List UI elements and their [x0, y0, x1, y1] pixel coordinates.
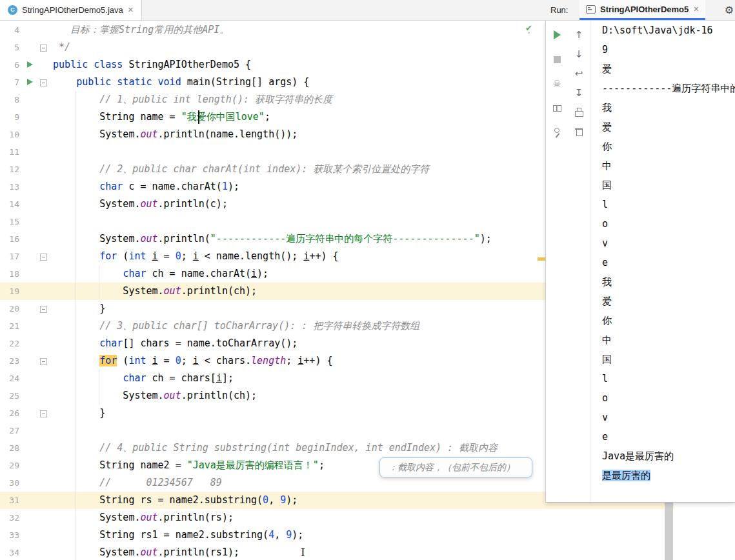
inspections-widget[interactable]: ✔ ˅ — [525, 25, 532, 39]
inspections-ok-icon: ✔ — [525, 25, 532, 32]
console-output-line[interactable]: ------------遍历字符串中的每个字符-------------- — [602, 79, 735, 98]
selected-output-text: 是最厉害的 — [602, 470, 650, 481]
run-tab[interactable]: StringAPIOtherDemo5 ✕ — [579, 0, 705, 20]
console-output-line[interactable]: 爱 — [602, 59, 735, 79]
console-output-line[interactable]: 是最厉害的 — [602, 466, 735, 485]
console-output-line[interactable]: v — [602, 408, 735, 427]
code-token: ; — [319, 459, 325, 471]
console-output-line[interactable]: o — [602, 388, 735, 408]
console-output-line[interactable]: e — [602, 427, 735, 446]
code-token: out — [140, 128, 157, 140]
close-icon[interactable]: ✕ — [128, 6, 134, 14]
console-output-line[interactable]: 我 — [602, 272, 735, 292]
console-output-line[interactable]: e — [602, 253, 735, 272]
output-text: Java是最厉害的 — [602, 450, 674, 462]
code-token — [111, 76, 117, 88]
output-text: D:\soft\Java\jdk-16 — [602, 25, 713, 36]
code-token: .println(rs1); — [158, 546, 239, 558]
code-token: String name2 = — [53, 459, 187, 471]
code-token: < name.length(); — [199, 250, 304, 262]
soft-wrap-icon[interactable]: ↩ — [571, 66, 587, 81]
restore-layout-icon[interactable] — [549, 101, 565, 116]
console-output-line[interactable]: 中 — [602, 330, 735, 350]
code-token: System. — [53, 546, 140, 558]
rerun-icon[interactable] — [549, 27, 565, 43]
code-token: 0 — [263, 494, 268, 506]
code-token: System. — [53, 512, 140, 523]
code-token — [152, 76, 158, 88]
code-token: for — [99, 250, 117, 262]
code-token: for — [99, 355, 117, 366]
code-token: main(String[] args) { — [181, 76, 310, 88]
up-stack-icon[interactable]: ↑ — [571, 27, 587, 43]
code-token: static — [117, 76, 152, 88]
code-token: System. — [53, 128, 140, 140]
console-output-line[interactable]: 中 — [602, 156, 735, 175]
output-text: v — [602, 412, 608, 423]
kill-process-icon[interactable]: ☠ — [549, 76, 565, 92]
code-token: System. — [53, 198, 140, 210]
code-token: 0 — [176, 250, 181, 262]
code-token: 0 — [176, 355, 181, 366]
console-output-line[interactable]: D:\soft\Java\jdk-16 — [602, 21, 735, 40]
stop-icon[interactable] — [549, 52, 565, 67]
code-line[interactable]: System.out.println(rs1); — [0, 544, 674, 560]
code-line[interactable]: System.out.println(rs); — [0, 509, 674, 526]
output-text: 中 — [602, 334, 612, 346]
code-token: "------------遍历字符串中的每个字符--------------" — [210, 233, 480, 245]
code-token: ch = chars[ — [146, 372, 216, 384]
code-token: ++) { — [303, 355, 332, 366]
console-output-line[interactable]: l — [602, 195, 735, 214]
console-output-line[interactable]: Java是最厉害的 — [602, 446, 735, 466]
console-output-line[interactable]: 9 — [602, 40, 735, 59]
code-token: out — [164, 285, 181, 297]
scroll-end-icon[interactable]: ↧ — [571, 85, 587, 101]
code-token: ); — [480, 233, 492, 245]
code-token: "我爱你中国love" — [181, 111, 265, 123]
console-output-line[interactable]: 国 — [602, 175, 735, 195]
output-text: 国 — [602, 179, 612, 191]
console-output-line[interactable]: 国 — [602, 350, 735, 369]
text-caret — [198, 110, 199, 124]
code-token — [146, 250, 152, 262]
code-line[interactable]: String rs1 = name2.substring(4, 9); — [0, 526, 674, 544]
settings-gear-icon[interactable]: ⚙ — [721, 0, 735, 20]
pin-icon[interactable] — [549, 125, 565, 141]
code-token: length — [251, 355, 286, 366]
code-token: ; — [286, 355, 297, 366]
code-token: [] chars = name.toCharArray(); — [123, 337, 297, 349]
console-output-line[interactable]: 我 — [602, 98, 735, 117]
code-token: .println(c); — [158, 198, 228, 210]
code-token: ; — [181, 250, 193, 262]
clear-all-icon[interactable] — [571, 124, 587, 139]
editor-scrollbar[interactable] — [665, 503, 673, 560]
run-tab-label: StringAPIOtherDemo5 — [600, 5, 689, 14]
console-output-line[interactable]: v — [602, 234, 735, 253]
console-output-line[interactable]: l — [602, 369, 735, 388]
code-token — [53, 250, 99, 262]
warning-stripe-mark — [538, 257, 545, 261]
code-token: ]; — [222, 372, 234, 384]
console-output-line[interactable]: 爱 — [602, 292, 735, 311]
code-token: .println(name.length()); — [158, 128, 298, 140]
console-output-line[interactable]: 爱 — [602, 117, 735, 137]
code-token: .println(ch); — [181, 285, 257, 297]
console-output-line[interactable]: o — [602, 214, 735, 234]
output-text: 9 — [602, 44, 608, 55]
console-output-line[interactable]: 你 — [602, 311, 735, 330]
run-console-panel: ☠ ↑↓↩↧ D:\soft\Java\jdk-169爱------------… — [545, 21, 735, 503]
code-token: ; — [265, 111, 270, 123]
output-text: 爱 — [602, 121, 612, 133]
code-token: < chars. — [199, 355, 251, 366]
print-icon[interactable] — [571, 105, 587, 120]
console-output[interactable]: D:\soft\Java\jdk-169爱------------遍历字符串中的… — [590, 21, 735, 502]
down-stack-icon[interactable]: ↓ — [571, 46, 587, 62]
code-token: out — [140, 512, 157, 523]
editor-tab[interactable]: C StringAPIOtherDemo5.java ✕ — [0, 0, 142, 20]
code-token: String rs1 = name2.substring( — [53, 529, 268, 541]
close-icon[interactable]: ✕ — [693, 6, 699, 13]
output-text: o — [602, 218, 608, 230]
console-output-line[interactable]: 你 — [602, 137, 735, 156]
tooltip-text: ：截取内容，（包前不包后的） — [388, 462, 515, 474]
code-token: int — [128, 355, 146, 366]
